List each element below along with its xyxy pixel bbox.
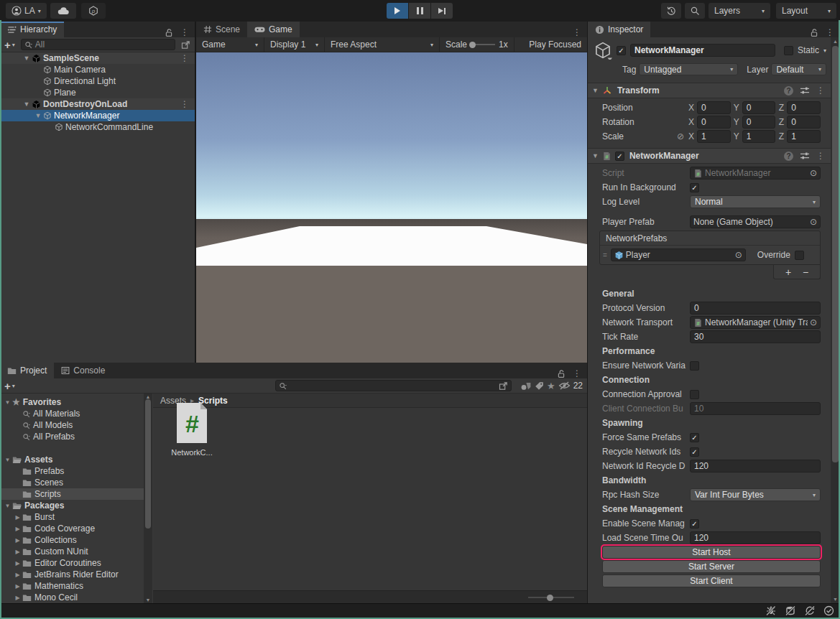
network-id-recycle-delay-field[interactable]: 120 [690,460,821,473]
layers-dropdown[interactable]: Layers ▾ [709,3,770,19]
foldout-expanded-icon[interactable]: ▼ [3,399,12,406]
scale-slider[interactable] [471,44,495,45]
foldout-icon[interactable]: ▼ [592,87,599,94]
client-connection-buffer-field[interactable]: 10 [690,402,821,415]
project-tree-item-mathematics[interactable]: ▶Mathematics [0,580,144,592]
network-transport-object-field[interactable]: #NetworkManager (Unity Tra⊙ [690,316,821,329]
presets-icon[interactable] [800,152,810,160]
display-target-dropdown[interactable]: Display 1▾ [264,37,325,52]
rpc-hash-size-dropdown[interactable]: Var Int Four Bytes▾ [690,488,821,501]
start-client-button[interactable]: Start Client [602,574,821,587]
scene-menu-icon[interactable]: ⋮ [180,99,189,109]
foldout-expanded-icon[interactable]: ▼ [33,112,43,119]
hierarchy-search-input[interactable]: All [21,39,175,50]
foldout-icon[interactable]: ▼ [592,152,599,159]
scale-y-field[interactable]: 1 [742,130,776,143]
play-button[interactable] [387,3,408,19]
hierarchy-item-dontdestroyonload[interactable]: ▼DontDestroyOnLoad⋮ [0,98,195,110]
tab-game[interactable]: Game [247,22,300,37]
gameobject-name-field[interactable]: NetworkManager [630,44,775,57]
tab-console[interactable]: Console [54,363,112,378]
panel-menu-icon[interactable]: ⋮ [826,27,834,37]
project-tree-scrollbar[interactable]: ▲ ▼ [144,394,152,603]
lock-icon[interactable] [165,28,173,37]
scale-z-field[interactable]: 1 [787,130,821,143]
script-field-object-field[interactable]: #NetworkManager⊙ [690,167,821,180]
foldout-collapsed-icon[interactable]: ▶ [13,583,22,590]
project-tree-item-code-coverage[interactable]: ▶Code Coverage [0,523,144,534]
undo-history-button[interactable] [661,3,681,19]
popout-search-icon[interactable] [181,40,190,50]
game-viewport[interactable] [196,52,587,363]
popout-search-icon[interactable] [499,381,508,391]
rotation-y-field[interactable]: 0 [742,116,776,129]
project-tree-item-scripts[interactable]: Scripts [0,488,144,500]
create-button[interactable]: + [4,380,11,392]
transform-component-header[interactable]: ▼ Transform ? ⋮ [588,83,831,98]
project-tree-item-scenes[interactable]: Scenes [0,477,144,488]
protocol-version-field[interactable]: 0 [690,302,821,315]
project-tree-item-custom-nunit[interactable]: ▶Custom NUnit [0,546,144,557]
hierarchy-item-networkcommandline[interactable]: NetworkCommandLine [0,121,195,133]
project-tree-item-prefabs[interactable]: Prefabs [0,465,144,477]
gameobject-icon[interactable] [594,41,612,60]
tab-inspector[interactable]: Inspector [588,22,650,37]
project-tree-item-assets[interactable]: ▼Assets [0,454,144,465]
chevron-down-icon[interactable]: ▾ [12,383,15,389]
scale-x-field[interactable]: 1 [697,130,731,143]
rotation-z-field[interactable]: 0 [787,116,821,129]
tab-project[interactable]: Project [0,363,54,378]
network-prefabs-title[interactable]: NetworkPrefabs [600,231,820,246]
project-tree-item-all-models[interactable]: All Models [0,419,144,431]
tab-hierarchy[interactable]: Hierarchy [0,22,64,37]
auto-refresh-disabled-icon[interactable] [804,605,816,616]
search-by-type-icon[interactable] [520,381,532,391]
lock-icon[interactable] [810,28,818,37]
start-host-button[interactable]: Start Host [602,546,821,559]
pause-button[interactable] [409,3,430,19]
ensure-network-variable-length-safety-checkbox[interactable] [690,361,699,371]
foldout-expanded-icon[interactable]: ▼ [3,457,12,463]
scroll-up-icon[interactable]: ▲ [144,394,152,399]
load-scene-timeout-field[interactable]: 120 [690,531,821,544]
search-by-label-icon[interactable] [535,381,544,391]
remove-prefab-button[interactable]: − [803,266,808,278]
hierarchy-item-networkmanager[interactable]: ▼NetworkManager [0,110,195,121]
run-in-background-checkbox[interactable]: ✓ [690,183,699,192]
hierarchy-item-directional-light[interactable]: Directional Light [0,75,195,87]
debugger-disabled-icon[interactable] [765,605,777,616]
favorites-star-icon[interactable]: ★ [547,381,555,391]
tab-scene[interactable]: Scene [196,22,247,37]
global-search-button[interactable] [685,3,705,19]
panel-menu-icon[interactable]: ⋮ [180,27,189,37]
network-prefab-entry[interactable]: =Player⊙Override [600,246,820,264]
hierarchy-item-plane[interactable]: Plane [0,87,195,98]
help-icon[interactable]: ? [784,152,793,161]
foldout-expanded-icon[interactable]: ▼ [3,503,12,509]
asset-networkcommandline-script[interactable]: # NetworkC... [165,402,219,457]
foldout-collapsed-icon[interactable]: ▶ [13,537,22,544]
play-focused-dropdown[interactable]: Play Focused [523,37,587,52]
tick-rate-field[interactable]: 30 [690,330,821,343]
scroll-down-icon[interactable]: ▼ [144,597,152,602]
thumbnail-zoom-slider[interactable] [528,597,574,598]
layout-dropdown[interactable]: Layout ▾ [776,3,836,19]
hierarchy-item-main-camera[interactable]: Main Camera [0,64,195,75]
project-tree-item-all-materials[interactable]: All Materials [0,408,144,419]
constrain-proportions-icon[interactable]: ⊘ [674,131,687,141]
layer-dropdown[interactable]: Default▾ [771,63,826,75]
help-icon[interactable]: ? [784,86,793,96]
log-level-dropdown[interactable]: Normal▾ [690,195,821,208]
project-tree-item-jetbrains-rider-editor[interactable]: ▶JetBrains Rider Editor [0,569,144,580]
panel-menu-icon[interactable]: ⋮ [573,27,581,37]
active-checkbox[interactable]: ✓ [617,46,626,55]
position-x-field[interactable]: 0 [697,101,731,114]
static-dropdown-icon[interactable]: ▾ [823,47,826,54]
cloud-services-button[interactable] [50,3,76,19]
foldout-collapsed-icon[interactable]: ▶ [13,572,22,578]
object-picker-icon[interactable]: ⊙ [810,217,817,227]
object-picker-icon[interactable]: ⊙ [810,317,817,327]
hierarchy-item-samplescene[interactable]: ▼SampleScene⋮ [0,52,195,64]
scene-menu-icon[interactable]: ⋮ [180,53,189,63]
hidden-count-icon[interactable] [558,381,571,390]
